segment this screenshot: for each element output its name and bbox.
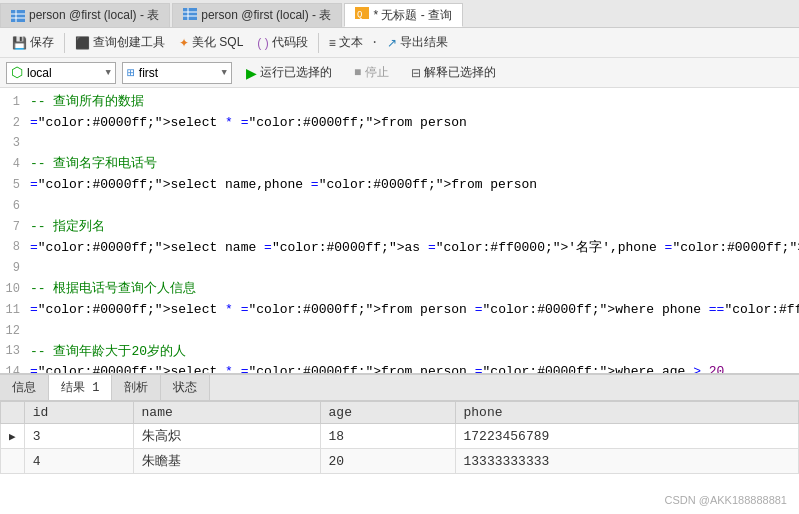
- main-toolbar: 保存 ⬛ 查询创建工具 ✦ 美化 SQL ( ) 代码段 ≡ 文本 · ↗ 导出…: [0, 28, 799, 58]
- tab-query-icon-3: Q: [355, 7, 369, 23]
- editor-line-14[interactable]: 14="color:#0000ff;">select * ="color:#00…: [0, 362, 799, 374]
- editor-line-2[interactable]: 2="color:#0000ff;">select * ="color:#000…: [0, 113, 799, 134]
- db-arrow-icon: ▼: [222, 68, 227, 78]
- run-label: 运行已选择的: [260, 64, 332, 81]
- line-content-4: -- 查询名字和电话号: [30, 154, 799, 175]
- line-content-12: [30, 321, 799, 342]
- tab-table-1[interactable]: person @first (local) - 表: [0, 3, 170, 27]
- tab-profile-label: 剖析: [124, 381, 148, 395]
- watermark: CSDN @AKK188888881: [665, 494, 787, 506]
- col-phone: phone: [455, 402, 798, 424]
- code-button[interactable]: ( ) 代码段: [251, 32, 313, 53]
- editor-line-4[interactable]: 4-- 查询名字和电话号: [0, 154, 799, 175]
- line-content-5: ="color:#0000ff;">select name,phone ="co…: [30, 175, 799, 196]
- row-id: 4: [24, 449, 133, 474]
- tab-info[interactable]: 信息: [0, 375, 49, 400]
- row-age: 18: [320, 424, 455, 449]
- editor-line-8[interactable]: 8="color:#0000ff;">select name ="color:#…: [0, 238, 799, 259]
- save-button[interactable]: 保存: [6, 32, 60, 53]
- editor-line-10[interactable]: 10-- 根据电话号查询个人信息: [0, 279, 799, 300]
- host-select[interactable]: ⬡ local ▼: [6, 62, 116, 84]
- line-number-11: 11: [0, 301, 30, 320]
- editor-line-7[interactable]: 7-- 指定列名: [0, 217, 799, 238]
- query-build-button[interactable]: ⬛ 查询创建工具: [69, 32, 171, 53]
- export-button[interactable]: ↗ 导出结果: [381, 32, 454, 53]
- line-number-4: 4: [0, 155, 30, 174]
- toolbar-dot: ·: [371, 35, 379, 50]
- editor-line-13[interactable]: 13-- 查询年龄大于20岁的人: [0, 342, 799, 363]
- line-number-7: 7: [0, 218, 30, 237]
- row-phone: 13333333333: [455, 449, 798, 474]
- toolbar-sep-2: [318, 33, 319, 53]
- col-indicator: [1, 402, 25, 424]
- editor-line-5[interactable]: 5="color:#0000ff;">select name,phone ="c…: [0, 175, 799, 196]
- stop-icon: ■: [354, 65, 361, 79]
- editor-line-9[interactable]: 9: [0, 258, 799, 279]
- tab-result1-label: 结果 1: [61, 381, 99, 395]
- line-content-8: ="color:#0000ff;">select name ="color:#0…: [30, 238, 799, 259]
- tab-info-label: 信息: [12, 381, 36, 395]
- line-content-10: -- 根据电话号查询个人信息: [30, 279, 799, 300]
- line-number-5: 5: [0, 176, 30, 195]
- bottom-tab-bar: 信息 结果 1 剖析 状态: [0, 375, 799, 401]
- sql-editor[interactable]: 1-- 查询所有的数据2="color:#0000ff;">select * =…: [0, 88, 799, 374]
- line-number-13: 13: [0, 342, 30, 361]
- line-content-7: -- 指定列名: [30, 217, 799, 238]
- explain-button[interactable]: ⊟ 解释已选择的: [403, 62, 504, 83]
- stop-label: 停止: [365, 65, 389, 79]
- tab-table-icon-1: [11, 10, 25, 22]
- line-number-2: 2: [0, 114, 30, 133]
- line-number-1: 1: [0, 93, 30, 112]
- save-icon: [12, 36, 27, 50]
- row-indicator: ▶: [1, 424, 25, 449]
- host-value: local: [27, 66, 52, 80]
- stop-button[interactable]: ■ 停止: [346, 62, 397, 83]
- line-content-3: [30, 134, 799, 155]
- code-icon: ( ): [257, 36, 268, 50]
- tab-status-label: 状态: [173, 381, 197, 395]
- tab-label-3: * 无标题 - 查询: [373, 7, 452, 24]
- line-content-11: ="color:#0000ff;">select * ="color:#0000…: [30, 300, 799, 321]
- editor-line-12[interactable]: 12: [0, 321, 799, 342]
- text-label: 文本: [339, 34, 363, 51]
- database-select[interactable]: ⊞ first ▼: [122, 62, 232, 84]
- tab-status[interactable]: 状态: [161, 375, 210, 400]
- svg-text:Q: Q: [357, 10, 362, 19]
- editor-line-6[interactable]: 6: [0, 196, 799, 217]
- tab-profile[interactable]: 剖析: [112, 375, 161, 400]
- editor-line-1[interactable]: 1-- 查询所有的数据: [0, 92, 799, 113]
- editor-line-11[interactable]: 11="color:#0000ff;">select * ="color:#00…: [0, 300, 799, 321]
- line-number-3: 3: [0, 134, 30, 153]
- run-button[interactable]: ▶ 运行已选择的: [238, 62, 340, 83]
- svg-rect-0: [11, 10, 25, 22]
- editor-line-3[interactable]: 3: [0, 134, 799, 155]
- col-id: id: [24, 402, 133, 424]
- beautify-button[interactable]: ✦ 美化 SQL: [173, 32, 249, 53]
- line-content-13: -- 查询年龄大于20岁的人: [30, 342, 799, 363]
- text-button[interactable]: ≡ 文本: [323, 32, 369, 53]
- row-id: 3: [24, 424, 133, 449]
- line-content-14: ="color:#0000ff;">select * ="color:#0000…: [30, 362, 799, 374]
- database-value: first: [139, 66, 158, 80]
- line-number-10: 10: [0, 280, 30, 299]
- tab-table-icon-2: [183, 8, 197, 24]
- tab-label-1: person @first (local) - 表: [29, 7, 159, 24]
- export-icon: ↗: [387, 36, 397, 50]
- save-label: 保存: [30, 34, 54, 51]
- line-content-2: ="color:#0000ff;">select * ="color:#0000…: [30, 113, 799, 134]
- tab-query-3[interactable]: Q * 无标题 - 查询: [344, 3, 463, 27]
- host-icon: ⬡: [11, 64, 23, 81]
- database-icon: ⊞: [127, 65, 135, 81]
- table-row[interactable]: 4朱瞻基2013333333333: [1, 449, 799, 474]
- line-number-8: 8: [0, 238, 30, 257]
- row-age: 20: [320, 449, 455, 474]
- row-indicator: [1, 449, 25, 474]
- row-phone: 17223456789: [455, 424, 798, 449]
- row-name: 朱高炽: [133, 424, 320, 449]
- line-number-12: 12: [0, 322, 30, 341]
- tab-table-2[interactable]: person @first (local) - 表: [172, 3, 342, 27]
- table-header-row: id name age phone: [1, 402, 799, 424]
- line-content-6: [30, 196, 799, 217]
- table-row[interactable]: ▶3朱高炽1817223456789: [1, 424, 799, 449]
- tab-result1[interactable]: 结果 1: [49, 375, 112, 400]
